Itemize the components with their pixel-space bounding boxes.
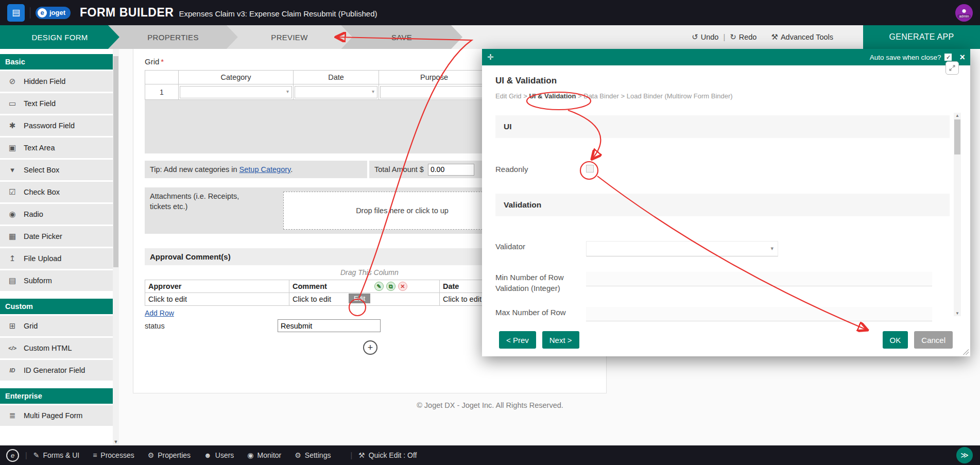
palette-item-password-field[interactable]: ✱ Password Field — [0, 115, 113, 136]
palette-item-check-box[interactable]: ☑ Check Box — [0, 182, 113, 202]
admin-avatar[interactable]: ☻ admin — [955, 4, 973, 22]
tip-suffix: . — [290, 165, 293, 174]
dropzone-text: Drop files here or click to up — [356, 206, 449, 215]
palette-item-date-picker[interactable]: ▦ Date Picker — [0, 226, 113, 247]
nav-settings[interactable]: ⚙ Settings — [295, 451, 331, 459]
add-element-plus-button[interactable]: + — [363, 340, 377, 355]
palette-item-label: Subform — [24, 277, 52, 285]
validator-field-row: Validator — [495, 241, 950, 256]
breadcrumb-item-edit-grid[interactable]: Edit Grid — [495, 92, 522, 100]
breadcrumb-item-load-binder[interactable]: Load Binder (Multirow Form Binder) — [619, 92, 733, 100]
palette-item-multi-paged-form[interactable]: ≣ Multi Paged Form — [0, 405, 113, 426]
breadcrumb-item-data-binder[interactable]: Data Binder — [576, 92, 618, 100]
top-header: ▤ e joget FORM BUILDER Expenses Claim v3… — [0, 0, 980, 25]
processes-icon: ≡ — [93, 451, 97, 459]
breadcrumb-item-ui-validation[interactable]: UI & Validation — [522, 92, 576, 100]
palette-item-id-generator[interactable]: ID ID Generator Field — [0, 360, 113, 381]
prev-button[interactable]: < Prev — [499, 331, 536, 349]
nav-forms-ui[interactable]: ✎ Forms & UI — [33, 451, 80, 459]
ok-button[interactable]: OK — [883, 331, 908, 349]
validation-section-header: Validation — [495, 194, 950, 216]
sidebar-scrollbar[interactable] — [113, 49, 119, 445]
column-copy-icon[interactable]: ⧉ — [386, 282, 396, 291]
tab-design-form[interactable]: DESIGN FORM — [0, 25, 119, 49]
tab-preview[interactable]: PREVIEW — [227, 25, 352, 49]
next-button[interactable]: Next > — [542, 331, 579, 349]
nav-processes[interactable]: ≡ Processes — [93, 451, 134, 459]
dialog-scrollbar-thumb[interactable] — [954, 119, 960, 154]
palette-item-label: Check Box — [24, 188, 60, 196]
tip-box: Tip: Add new categories in Setup Categor… — [145, 161, 367, 178]
palette-item-text-field[interactable]: ▭ Text Field — [0, 93, 113, 114]
date-select[interactable] — [295, 86, 377, 98]
move-icon[interactable]: ✛ — [487, 53, 494, 62]
dialog-header[interactable]: ✛ Auto save when close? ✓ × — [482, 49, 970, 65]
dialog-breadcrumb: Edit GridUI & ValidationData BinderLoad … — [495, 92, 950, 100]
grid-col-purpose: Purpose — [379, 71, 490, 84]
approver-cell[interactable]: Click to edit — [145, 293, 289, 306]
autosave-checkbox[interactable]: ✓ — [944, 54, 952, 61]
setup-category-link[interactable]: Setup Category — [239, 165, 291, 174]
validator-dropdown[interactable] — [586, 241, 778, 256]
dialog-scrollbar[interactable] — [954, 113, 961, 316]
text-field-icon: ▭ — [7, 99, 18, 108]
expand-nav-button[interactable]: ≫ — [956, 447, 973, 463]
max-rows-input[interactable] — [586, 307, 932, 321]
bottom-bar-divider: | — [25, 451, 27, 459]
total-amount-label: Total Amount $ — [374, 165, 424, 174]
redo-label: Redo — [739, 33, 757, 41]
close-icon[interactable]: × — [959, 52, 965, 63]
palette-item-label: Hidden Field — [24, 77, 65, 85]
password-field-icon: ✱ — [7, 121, 18, 130]
status-label: status — [145, 322, 278, 330]
palette-section-basic: Basic — [0, 54, 113, 70]
palette-item-select-box[interactable]: ▾ Select Box — [0, 160, 113, 180]
scroll-down-icon[interactable] — [954, 311, 961, 316]
nav-users[interactable]: ☻ Users — [204, 451, 234, 459]
nav-quick-edit[interactable]: ⚒ Quick Edit : Off — [358, 451, 417, 459]
drag-this-column-hint: Drag This Column — [145, 268, 527, 277]
min-rows-input[interactable] — [586, 272, 932, 286]
generate-app-button[interactable]: GENERATE APP — [863, 25, 980, 49]
scroll-up-icon[interactable] — [954, 113, 961, 118]
advanced-tools-button[interactable]: ⚒ Advanced Tools — [771, 32, 833, 42]
palette-item-label: File Upload — [24, 254, 61, 263]
palette-item-label: Custom HTML — [24, 344, 72, 352]
category-select[interactable] — [180, 86, 292, 98]
tab-properties[interactable]: PROPERTIES — [108, 25, 238, 49]
form-builder-app-icon[interactable]: ▤ — [7, 4, 25, 22]
purpose-select[interactable] — [380, 86, 488, 98]
palette-item-subform[interactable]: ▤ Subform — [0, 270, 113, 291]
add-row-link[interactable]: Add Row — [145, 309, 174, 317]
total-amount-input[interactable] — [428, 164, 474, 176]
column-edit-icon[interactable]: ✎ — [374, 282, 384, 291]
joget-logo[interactable]: e joget — [36, 7, 71, 19]
tab-save[interactable]: SAVE — [341, 25, 462, 49]
palette-item-file-upload[interactable]: ↥ File Upload — [0, 248, 113, 269]
select-box-icon: ▾ — [7, 165, 18, 175]
joget-mark-icon[interactable]: e — [6, 449, 19, 462]
palette-item-grid[interactable]: ⊞ Grid — [0, 316, 113, 336]
nav-properties[interactable]: ⚙ Properties — [148, 451, 191, 459]
upload-icon: ↥ — [7, 254, 18, 263]
property-dialog: ✛ Auto save when close? ✓ × UI & Validat… — [482, 49, 970, 356]
undo-button[interactable]: ↺ Undo — [692, 32, 718, 42]
dialog-resize-handle[interactable] — [962, 348, 969, 355]
sidebar-scroll-down-icon[interactable] — [113, 439, 119, 444]
palette-item-text-area[interactable]: ▣ Text Area — [0, 137, 113, 158]
grid-label-text: Grid — [145, 57, 159, 66]
expand-dialog-button[interactable] — [945, 61, 959, 75]
redo-button[interactable]: ↻ Redo — [730, 32, 757, 42]
status-input[interactable] — [278, 319, 381, 332]
palette-item-custom-html[interactable]: </> Custom HTML — [0, 338, 113, 358]
palette-item-hidden-field[interactable]: ⊘ Hidden Field — [0, 71, 113, 92]
id-icon: ID — [7, 367, 18, 373]
nav-monitor[interactable]: ◉ Monitor — [247, 451, 281, 459]
palette-item-label: Select Box — [24, 166, 59, 174]
sidebar-scrollbar-thumb[interactable] — [113, 56, 118, 267]
readonly-checkbox[interactable] — [586, 165, 594, 173]
cancel-button[interactable]: Cancel — [914, 331, 953, 349]
palette-item-radio[interactable]: ◉ Radio — [0, 204, 113, 225]
column-delete-icon[interactable]: ✕ — [398, 282, 407, 291]
quick-edit-wrench-icon: ⚒ — [358, 451, 365, 459]
